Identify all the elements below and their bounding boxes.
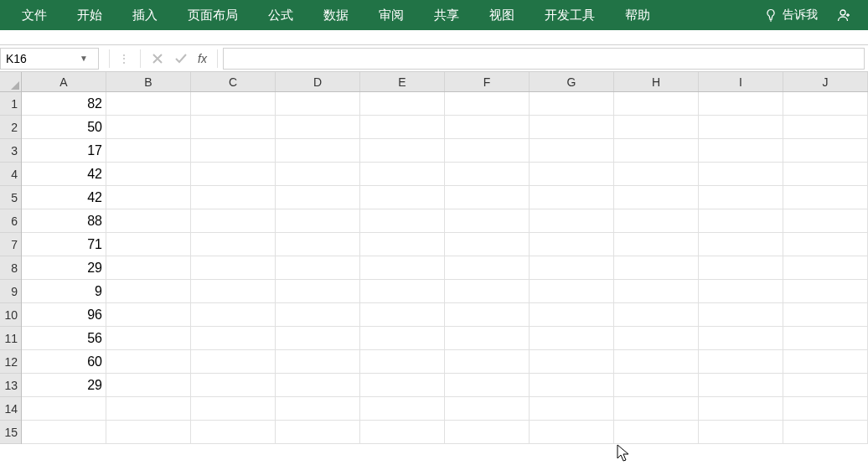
cell-J2[interactable] [783, 116, 868, 139]
cell-J7[interactable] [783, 233, 868, 256]
cell-D6[interactable] [276, 209, 360, 233]
cell-A6[interactable]: 88 [22, 209, 106, 233]
tab-file[interactable]: 文件 [7, 0, 62, 30]
cell-I8[interactable] [699, 256, 783, 280]
cell-B8[interactable] [106, 256, 191, 280]
tab-home[interactable]: 开始 [62, 0, 117, 30]
row-header-11[interactable]: 11 [0, 327, 21, 350]
select-all-corner[interactable] [0, 72, 22, 92]
cell-G1[interactable] [530, 92, 614, 116]
cell-I7[interactable] [699, 233, 783, 256]
cell-D8[interactable] [276, 256, 360, 280]
cell-D7[interactable] [276, 233, 360, 256]
cell-A13[interactable]: 29 [22, 374, 106, 397]
cell-F7[interactable] [445, 233, 530, 256]
row-header-8[interactable]: 8 [0, 256, 21, 280]
cell-H9[interactable] [614, 280, 699, 303]
cell-F11[interactable] [445, 327, 530, 350]
cell-E8[interactable] [360, 256, 445, 280]
cell-G12[interactable] [530, 350, 614, 374]
cell-C4[interactable] [191, 163, 276, 186]
cell-J15[interactable] [783, 421, 868, 444]
confirm-button[interactable] [169, 48, 193, 70]
cell-D1[interactable] [276, 92, 360, 116]
cell-E10[interactable] [360, 303, 445, 327]
cell-H1[interactable] [614, 92, 699, 116]
cell-H8[interactable] [614, 256, 699, 280]
cell-C1[interactable] [191, 92, 276, 116]
cell-E11[interactable] [360, 327, 445, 350]
cell-B11[interactable] [106, 327, 191, 350]
cell-I6[interactable] [699, 209, 783, 233]
cell-D13[interactable] [276, 374, 360, 397]
cell-I12[interactable] [699, 350, 783, 374]
cell-J1[interactable] [783, 92, 868, 116]
cell-G9[interactable] [530, 280, 614, 303]
cell-F13[interactable] [445, 374, 530, 397]
col-header-B[interactable]: B [106, 72, 191, 91]
row-header-3[interactable]: 3 [0, 139, 21, 163]
cell-B7[interactable] [106, 233, 191, 256]
cell-E13[interactable] [360, 374, 445, 397]
cell-E6[interactable] [360, 209, 445, 233]
cell-H12[interactable] [614, 350, 699, 374]
cell-C13[interactable] [191, 374, 276, 397]
row-header-9[interactable]: 9 [0, 280, 21, 303]
cell-A14[interactable] [22, 397, 106, 421]
cell-H14[interactable] [614, 397, 699, 421]
cell-H3[interactable] [614, 139, 699, 163]
cell-D14[interactable] [276, 397, 360, 421]
more-icon[interactable]: ⋮ [115, 52, 135, 65]
row-header-6[interactable]: 6 [0, 209, 21, 233]
cell-E1[interactable] [360, 92, 445, 116]
name-box-dropdown-icon[interactable]: ▼ [76, 54, 91, 63]
cell-B9[interactable] [106, 280, 191, 303]
col-header-H[interactable]: H [614, 72, 699, 91]
cell-J14[interactable] [783, 397, 868, 421]
cell-C5[interactable] [191, 186, 276, 209]
tab-view[interactable]: 视图 [474, 0, 530, 30]
tab-review[interactable]: 审阅 [364, 0, 419, 30]
row-header-5[interactable]: 5 [0, 186, 21, 209]
cell-E5[interactable] [360, 186, 445, 209]
cell-I13[interactable] [699, 374, 783, 397]
cell-J11[interactable] [783, 327, 868, 350]
row-header-10[interactable]: 10 [0, 303, 21, 327]
cell-G11[interactable] [530, 327, 614, 350]
cell-D11[interactable] [276, 327, 360, 350]
cell-A1[interactable]: 82 [22, 92, 106, 116]
row-header-7[interactable]: 7 [0, 233, 21, 256]
cell-G6[interactable] [530, 209, 614, 233]
cell-B6[interactable] [106, 209, 191, 233]
cell-F4[interactable] [445, 163, 530, 186]
tab-page-layout[interactable]: 页面布局 [173, 0, 253, 30]
cell-E14[interactable] [360, 397, 445, 421]
cell-I2[interactable] [699, 116, 783, 139]
cell-A12[interactable]: 60 [22, 350, 106, 374]
cell-G15[interactable] [530, 421, 614, 444]
cell-J8[interactable] [783, 256, 868, 280]
name-box-input[interactable] [1, 52, 76, 65]
cell-C10[interactable] [191, 303, 276, 327]
cell-I11[interactable] [699, 327, 783, 350]
cell-A2[interactable]: 50 [22, 116, 106, 139]
cell-I1[interactable] [699, 92, 783, 116]
cell-E15[interactable] [360, 421, 445, 444]
cell-G7[interactable] [530, 233, 614, 256]
cell-J9[interactable] [783, 280, 868, 303]
cell-G3[interactable] [530, 139, 614, 163]
cell-A10[interactable]: 96 [22, 303, 106, 327]
cell-E9[interactable] [360, 280, 445, 303]
row-header-15[interactable]: 15 [0, 421, 21, 444]
cell-G4[interactable] [530, 163, 614, 186]
cell-C14[interactable] [191, 397, 276, 421]
cell-J3[interactable] [783, 139, 868, 163]
tab-help[interactable]: 帮助 [610, 0, 665, 30]
cell-F1[interactable] [445, 92, 530, 116]
cell-A7[interactable]: 71 [22, 233, 106, 256]
row-header-4[interactable]: 4 [0, 163, 21, 186]
cell-I10[interactable] [699, 303, 783, 327]
cell-A8[interactable]: 29 [22, 256, 106, 280]
cell-H2[interactable] [614, 116, 699, 139]
cell-I15[interactable] [699, 421, 783, 444]
